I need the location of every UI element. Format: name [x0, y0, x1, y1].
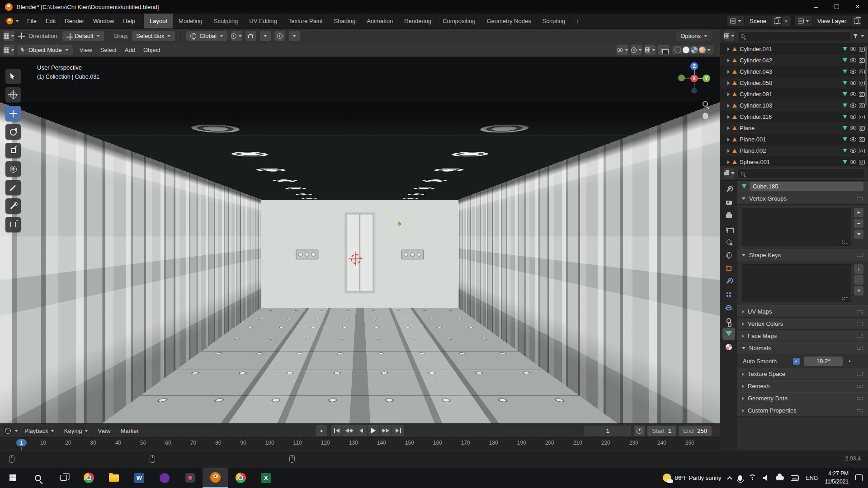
object-name[interactable]: Cylinder.042: [740, 57, 840, 64]
object-name[interactable]: Cylinder.091: [740, 91, 840, 98]
tab-view-layer[interactable]: [722, 223, 735, 235]
menu-item[interactable]: File: [23, 14, 41, 29]
gizmo-z-axis[interactable]: Z: [690, 62, 698, 70]
snap-settings-dropdown[interactable]: [260, 31, 271, 41]
play-reverse-button[interactable]: [355, 425, 368, 436]
disable-in-render-icon[interactable]: [859, 137, 865, 142]
workspace-tab[interactable]: Compositing: [437, 14, 481, 28]
vertex-groups-list[interactable]: [742, 208, 851, 246]
section-remesh[interactable]: Remesh: [737, 380, 868, 392]
panel-grip[interactable]: [857, 346, 863, 350]
start-frame-field[interactable]: Start1: [647, 426, 676, 436]
disclosure-icon[interactable]: [727, 47, 730, 51]
vertex-group-specials-button[interactable]: [854, 230, 863, 239]
disable-in-render-icon[interactable]: [859, 115, 865, 119]
disable-in-render-icon[interactable]: [859, 70, 865, 74]
workspace-tab[interactable]: Geometry Nodes: [481, 14, 537, 28]
view-menu[interactable]: View: [94, 427, 114, 434]
viewport-menu-item[interactable]: View: [75, 43, 96, 57]
jump-to-start-button[interactable]: [331, 425, 343, 436]
disable-in-render-icon[interactable]: [859, 81, 865, 85]
outliner-row[interactable]: Cylinder.041: [720, 43, 868, 55]
shape-key-specials-button[interactable]: [854, 286, 863, 296]
shading-material-button[interactable]: [691, 47, 698, 53]
add-workspace-button[interactable]: +: [571, 18, 584, 24]
disable-in-render-icon[interactable]: [859, 149, 865, 153]
prev-keyframe-button[interactable]: [343, 425, 355, 436]
chevron-down-icon[interactable]: [14, 430, 18, 432]
outliner-row[interactable]: Cylinder.103: [720, 100, 868, 111]
disclosure-icon[interactable]: [727, 104, 730, 108]
view-layer-browse-button[interactable]: [795, 16, 812, 26]
gizmo-y-axis[interactable]: Y: [703, 75, 710, 82]
gizmo-neg-z-axis[interactable]: [691, 88, 697, 94]
scene-unlink-button[interactable]: ×: [782, 16, 791, 26]
options-dropdown[interactable]: Options: [676, 31, 712, 41]
transform-orientation-dropdown[interactable]: Global: [186, 31, 227, 41]
next-keyframe-button[interactable]: [380, 425, 392, 436]
cursor-tool[interactable]: [5, 87, 21, 103]
object-name[interactable]: Plane: [740, 125, 840, 131]
panel-grip[interactable]: [857, 310, 863, 314]
purple-app-button[interactable]: [152, 468, 177, 488]
excel-taskbar-button[interactable]: X: [253, 468, 278, 488]
tab-physics[interactable]: [722, 301, 735, 314]
object-name[interactable]: Cylinder.041: [740, 46, 840, 52]
tab-scene[interactable]: [722, 236, 735, 248]
panel-grip[interactable]: [857, 396, 863, 400]
minimize-button[interactable]: –: [806, 0, 826, 14]
object-name[interactable]: Cylinder.116: [740, 113, 840, 120]
workspace-tab[interactable]: Shading: [329, 14, 362, 28]
select-box-tool[interactable]: [5, 69, 21, 84]
marker-menu[interactable]: Marker: [117, 427, 142, 434]
file-explorer-button[interactable]: [101, 468, 127, 488]
tab-material[interactable]: [722, 341, 735, 353]
play-button[interactable]: [368, 425, 380, 436]
hide-in-viewport-icon[interactable]: [850, 103, 856, 108]
viewport-menu-item[interactable]: Add: [121, 43, 139, 57]
hide-in-viewport-icon[interactable]: [850, 115, 856, 119]
hide-in-viewport-icon[interactable]: [850, 149, 856, 153]
maximize-button[interactable]: [826, 0, 847, 14]
section-shape-keys[interactable]: Shape Keys: [737, 249, 868, 261]
object-name[interactable]: Cylinder.043: [740, 68, 840, 75]
disclosure-icon[interactable]: [727, 59, 730, 62]
object-name[interactable]: Cylinder.103: [740, 102, 840, 109]
section-uv-maps[interactable]: UV Maps: [737, 305, 868, 318]
hide-in-viewport-icon[interactable]: [850, 137, 856, 141]
onedrive-icon[interactable]: [776, 476, 784, 480]
auto-smooth-angle-field[interactable]: 19.2°: [804, 357, 843, 366]
hide-in-viewport-icon[interactable]: [850, 58, 856, 62]
touch-keyboard-icon[interactable]: [791, 475, 799, 481]
workspace-tab[interactable]: Scripting: [537, 14, 571, 28]
tab-particles[interactable]: [722, 288, 735, 300]
outliner-row[interactable]: Plane.002: [720, 145, 868, 156]
drag-dropdown[interactable]: Select Box: [132, 31, 175, 41]
outliner-editor-button[interactable]: [724, 31, 735, 41]
current-frame-indicator[interactable]: 1: [16, 439, 27, 446]
section-custom-properties[interactable]: Custom Properties: [737, 404, 868, 417]
gizmo-x-axis[interactable]: X: [690, 75, 698, 82]
menu-item[interactable]: Edit: [41, 14, 60, 29]
properties-editor-button[interactable]: [724, 168, 735, 178]
section-vertex-colors[interactable]: Vertex Colors: [737, 318, 868, 330]
workspace-tab[interactable]: Texture Paint: [283, 14, 329, 28]
tool-settings-editor-button[interactable]: [4, 31, 14, 41]
orientation-dropdown[interactable]: Default: [62, 31, 104, 41]
section-texture-space[interactable]: Texture Space: [737, 368, 868, 380]
gizmos-dropdown[interactable]: [631, 45, 642, 55]
panel-grip[interactable]: [857, 408, 863, 413]
outliner-row[interactable]: Plane: [720, 122, 868, 134]
auto-smooth-checkbox[interactable]: ✓: [793, 358, 800, 365]
shading-solid-button[interactable]: [683, 47, 689, 53]
xray-toggle-button[interactable]: [658, 45, 669, 55]
outliner-row[interactable]: Cylinder.091: [720, 89, 868, 100]
outliner-row[interactable]: Sphere.001: [720, 156, 868, 166]
hide-in-viewport-icon[interactable]: [850, 126, 856, 130]
view-layer-new-button[interactable]: [852, 16, 861, 26]
disable-in-render-icon[interactable]: [859, 126, 865, 131]
toggle-perspective-icon[interactable]: [702, 136, 709, 142]
animate-property-dot[interactable]: •: [849, 358, 851, 365]
add-cube-tool[interactable]: [5, 217, 21, 232]
disclosure-icon[interactable]: [727, 138, 730, 141]
